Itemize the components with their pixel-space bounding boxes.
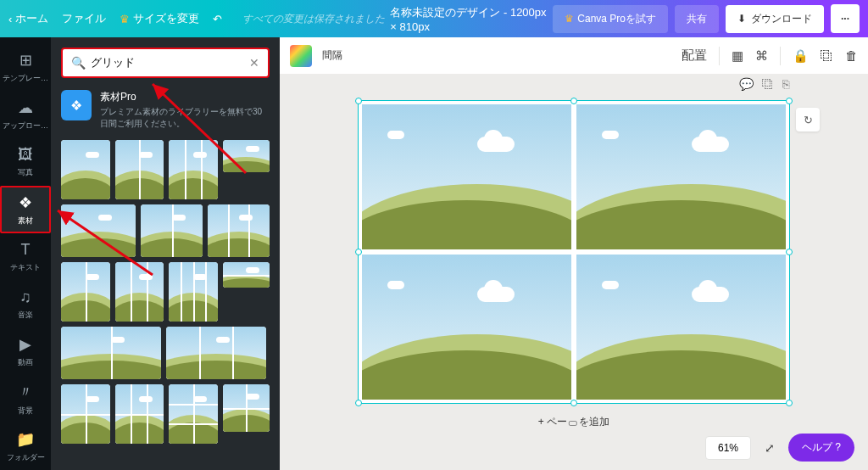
upload-icon: ☁ [18,98,33,117]
file-menu[interactable]: ファイル [62,11,106,26]
grid-template-thumb[interactable] [223,384,270,432]
search-box[interactable]: 🔍 ✕ [61,48,270,78]
rail-label: フォルダー [7,452,45,463]
grid-template-thumb[interactable] [141,204,203,257]
grid-template-thumb[interactable] [61,384,110,444]
elements-icon: ❖ [19,193,32,212]
pro-desc: プレミアム素材のライブラリーを無料で30日間ご利用ください。 [100,106,270,130]
pro-title: 素材Pro [100,90,270,104]
delete-button[interactable]: 🗑 [845,48,858,63]
pro-text: 素材Pro プレミアム素材のライブラリーを無料で30日間ご利用ください。 [100,90,270,130]
resize-label: サイズを変更 [133,11,199,26]
home-label: ホーム [15,11,48,26]
rail-video[interactable]: ▶ 動画 [0,328,51,376]
design-title[interactable]: 名称未設定のデザイン - 1200px × 810px [390,5,548,33]
rail-uploads[interactable]: ☁ アップロー… [0,92,51,139]
spacing-button[interactable]: 間隔 [322,48,342,63]
help-button[interactable]: ヘルプ ? [788,434,854,462]
search-input[interactable] [91,57,249,70]
rail-folders[interactable]: 📁 フォルダー [0,422,51,470]
try-pro-label: Canva Proを試す [577,12,656,26]
grid-template-thumb[interactable] [223,140,270,172]
photo-icon: 🖼 [18,146,33,164]
link-button[interactable]: ⌘ [755,48,768,64]
fullscreen-icon[interactable]: ⤢ [760,441,780,455]
rail-label: テンプレー… [3,73,48,84]
grid-template-thumb[interactable] [61,327,161,379]
rail-audio[interactable]: ♫ 音楽 [0,281,51,328]
add-page-icon[interactable]: ⎘ [782,77,789,91]
add-page-suffix: を追加 [579,416,609,428]
rail-photos[interactable]: 🖼 写真 [0,139,51,187]
grid-template-thumb[interactable] [115,262,164,322]
clear-icon[interactable]: ✕ [249,56,259,70]
nav-rail: ⊞ テンプレー… ☁ アップロー… 🖼 写真 ❖ 素材 T テキスト ♫ 音楽 [0,37,51,470]
stage[interactable]: 💬 ⿻ ⎘ ↻ [280,75,868,470]
download-button[interactable]: ⬇ ダウンロード [726,5,824,33]
grid-cell[interactable] [576,104,786,249]
lock-button[interactable]: 🔒 [793,48,809,64]
download-label: ダウンロード [751,12,812,26]
grid-cell[interactable] [362,104,571,249]
grid-results [51,140,280,470]
color-swatch[interactable] [290,45,312,67]
pro-badge-icon: ❖ [61,90,92,120]
grid-template-thumb[interactable] [61,140,110,199]
more-button[interactable]: ··· [831,4,860,33]
header-center: 名称未設定のデザイン - 1200px × 810px [390,5,548,33]
duplicate-page-icon[interactable]: ⿻ [762,77,774,91]
try-pro-button[interactable]: ♛ Canva Proを試す [553,5,668,33]
grid-template-thumb[interactable] [61,262,110,322]
grid-template-thumb[interactable] [115,384,164,444]
home-button[interactable]: ‹ ホーム [8,11,48,26]
rail-label: 背景 [18,406,33,417]
add-page-prefix: + ペー [538,416,567,428]
page-controls: 💬 ⿻ ⎘ [739,77,789,91]
crown-icon: ♛ [565,13,574,25]
grid-frame[interactable] [359,101,789,403]
grid-template-thumb[interactable] [223,262,270,288]
background-icon: 〃 [18,382,33,402]
pro-card[interactable]: ❖ 素材Pro プレミアム素材のライブラリーを無料で30日間ご利用ください。 [61,88,270,131]
zoom-level[interactable]: 61% [705,436,751,460]
text-icon: T [21,241,31,259]
grid-template-thumb[interactable] [61,204,136,257]
rail-elements[interactable]: ❖ 素材 [0,186,51,233]
rail-label: アップロー… [3,120,48,131]
context-toolbar: 間隔 配置 ▦ ⌘ 🔒 ⿻ 🗑 [280,37,868,75]
templates-icon: ⊞ [19,51,32,70]
grid-template-thumb[interactable] [115,140,164,199]
rail-templates[interactable]: ⊞ テンプレー… [0,44,51,92]
video-icon: ▶ [19,335,31,354]
grid-template-thumb[interactable] [169,140,218,199]
share-button[interactable]: 共有 [675,5,719,33]
chevron-left-icon: ‹ [8,13,12,25]
crown-icon: ♛ [120,13,130,25]
transparency-button[interactable]: ▦ [732,48,743,64]
design-page[interactable]: 💬 ⿻ ⎘ ↻ [358,100,790,404]
folder-icon: 📁 [16,430,35,449]
rail-label: 写真 [18,167,33,178]
grid-cell[interactable] [362,255,571,400]
sync-button[interactable]: ↻ [796,108,820,131]
canvas-area: 間隔 配置 ▦ ⌘ 🔒 ⿻ 🗑 💬 ⿻ ⎘ [280,37,868,470]
download-icon: ⬇ [737,13,746,25]
grid-template-thumb[interactable] [166,327,266,379]
search-icon: 🔍 [71,56,86,70]
rail-label: 動画 [18,357,33,368]
undo-button[interactable]: ↶ [213,13,222,25]
comment-icon[interactable]: 💬 [739,77,754,91]
separator [780,47,781,65]
add-page-button[interactable]: + ペーを追加 [533,413,615,431]
grid-cell[interactable] [576,255,786,400]
resize-menu[interactable]: ♛ サイズを変更 [120,11,199,26]
position-button[interactable]: 配置 [682,48,707,64]
rail-text[interactable]: T テキスト [0,233,51,281]
header-right: ♛ Canva Proを試す 共有 ⬇ ダウンロード ··· [553,4,860,33]
rail-background[interactable]: 〃 背景 [0,376,51,423]
rail-label: テキスト [10,262,41,273]
grid-template-thumb[interactable] [169,384,218,444]
duplicate-button[interactable]: ⿻ [821,48,833,63]
grid-template-thumb[interactable] [169,262,218,322]
grid-template-thumb[interactable] [208,204,270,257]
